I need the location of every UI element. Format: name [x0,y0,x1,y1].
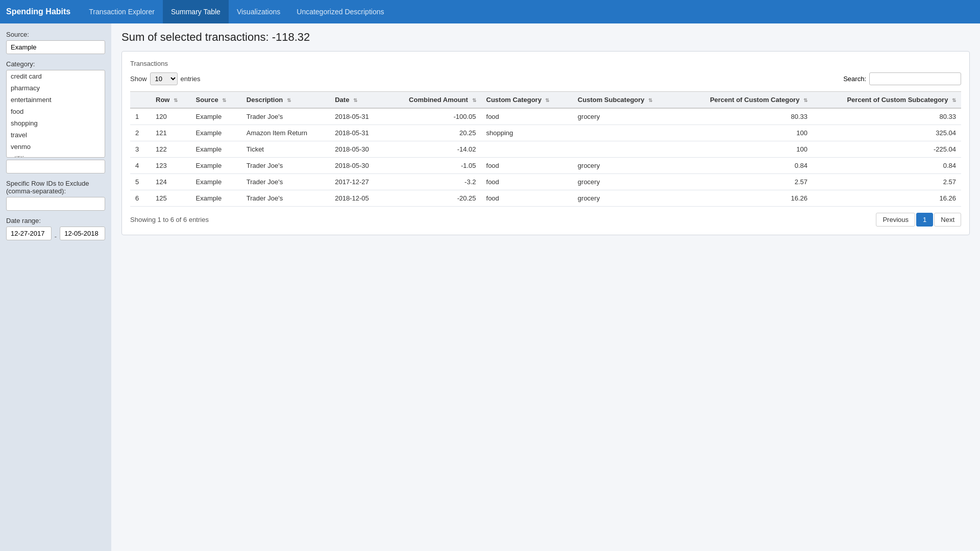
transactions-table: Row ⇅ Source ⇅ Description ⇅ Date ⇅ Comb… [130,91,961,207]
table-controls: Show 10 25 50 100 entries Search: [130,72,961,85]
cell-custom-subcategory: grocery [573,190,678,207]
col-combined-amount[interactable]: Combined Amount ⇅ [385,92,481,109]
cell-combined-amount: -100.05 [385,108,481,125]
table-row: 5 124 Example Trader Joe's 2017-12-27 -3… [130,174,961,190]
cell-description: Trader Joe's [241,174,330,190]
show-label: Show [130,75,147,83]
cell-description: Trader Joe's [241,190,330,207]
nav-items: Transaction Explorer Summary Table Visua… [81,0,392,23]
cell-date: 2018-05-30 [330,158,385,174]
entries-label: entries [181,75,201,83]
page-1-button[interactable]: 1 [916,213,933,227]
category-item-travel[interactable]: travel [7,129,105,141]
date-end-input[interactable] [60,227,105,240]
nav-uncategorized[interactable]: Uncategorized Descriptions [288,0,392,23]
col-row[interactable]: Row ⇅ [151,92,191,109]
table-row: 6 125 Example Trader Joe's 2018-12-05 -2… [130,190,961,207]
cell-combined-amount: -14.02 [385,141,481,158]
cell-custom-subcategory: grocery [573,174,678,190]
col-custom-category[interactable]: Custom Category ⇅ [481,92,573,109]
cell-source: Example [191,158,241,174]
cell-pct-category: 80.33 [678,108,813,125]
cell-date: 2017-12-27 [330,174,385,190]
date-start-input[interactable] [6,227,52,240]
category-list-container: credit card pharmacy entertainment food … [6,70,105,158]
category-item-pharmacy[interactable]: pharmacy [7,82,105,94]
cell-custom-subcategory [573,125,678,141]
cell-description: Trader Joe's [241,158,330,174]
pagination-buttons: Previous 1 Next [876,213,961,227]
cell-date: 2018-12-05 [330,190,385,207]
col-pct-category[interactable]: Percent of Custom Category ⇅ [678,92,813,109]
category-label: Category: [6,60,105,68]
nav-summary-table[interactable]: Summary Table [163,0,229,23]
category-item-entertainment[interactable]: entertainment [7,94,105,106]
cell-description: Trader Joe's [241,108,330,125]
cell-pct-category: 16.26 [678,190,813,207]
col-index[interactable] [130,92,151,109]
cell-index: 5 [130,174,151,190]
cell-pct-category: 100 [678,141,813,158]
nav-transaction-explorer[interactable]: Transaction Explorer [81,0,163,23]
main-content: Sum of selected transactions: -118.32 Tr… [111,23,980,551]
cell-source: Example [191,141,241,158]
cell-row: 122 [151,141,191,158]
table-row: 4 123 Example Trader Joe's 2018-05-30 -1… [130,158,961,174]
cell-source: Example [191,174,241,190]
cell-pct-subcategory: 325.04 [813,125,961,141]
cell-row: 121 [151,125,191,141]
cell-custom-category: food [481,190,573,207]
source-input[interactable] [6,40,105,54]
exclude-input[interactable] [6,197,105,211]
cell-row: 120 [151,108,191,125]
next-button[interactable]: Next [934,213,961,227]
cell-combined-amount: -1.05 [385,158,481,174]
category-item-credit-card[interactable]: credit card [7,70,105,82]
show-entries-select[interactable]: 10 25 50 100 [150,72,178,85]
cell-source: Example [191,108,241,125]
category-item-venmo[interactable]: venmo [7,141,105,153]
cell-description: Amazon Item Return [241,125,330,141]
cell-row: 123 [151,158,191,174]
cell-description: Ticket [241,141,330,158]
col-custom-subcategory[interactable]: Custom Subcategory ⇅ [573,92,678,109]
date-separator: - [55,233,57,240]
sum-header: Sum of selected transactions: -118.32 [121,31,970,44]
source-label: Source: [6,31,105,38]
category-item-shopping[interactable]: shopping [7,117,105,129]
transactions-box: Transactions Show 10 25 50 100 entries S… [121,51,970,235]
date-range-row: - [6,227,105,246]
cell-custom-category: food [481,158,573,174]
col-date[interactable]: Date ⇅ [330,92,385,109]
cell-pct-subcategory: 0.84 [813,158,961,174]
cell-custom-category: food [481,108,573,125]
nav-visualizations[interactable]: Visualizations [229,0,288,23]
show-entries: Show 10 25 50 100 entries [130,72,201,85]
cell-date: 2018-05-31 [330,108,385,125]
cell-pct-subcategory: 2.57 [813,174,961,190]
table-row: 3 122 Example Ticket 2018-05-30 -14.02 1… [130,141,961,158]
sidebar: Source: Category: credit card pharmacy e… [0,23,111,551]
cell-index: 1 [130,108,151,125]
cell-combined-amount: -3.2 [385,174,481,190]
search-input[interactable] [869,72,961,85]
pagination-row: Showing 1 to 6 of 6 entries Previous 1 N… [130,213,961,227]
cell-pct-subcategory: 80.33 [813,108,961,125]
col-pct-subcategory[interactable]: Percent of Custom Subcategory ⇅ [813,92,961,109]
app-brand: Spending Habits [6,7,70,16]
cell-pct-category: 0.84 [678,158,813,174]
previous-button[interactable]: Previous [876,213,915,227]
table-body: 1 120 Example Trader Joe's 2018-05-31 -1… [130,108,961,207]
cell-pct-category: 2.57 [678,174,813,190]
layout: Source: Category: credit card pharmacy e… [0,23,980,551]
cell-row: 125 [151,190,191,207]
category-item-food[interactable]: food [7,106,105,117]
search-label: Search: [843,75,866,83]
cell-pct-category: 100 [678,125,813,141]
col-description[interactable]: Description ⇅ [241,92,330,109]
cell-custom-subcategory [573,141,678,158]
col-source[interactable]: Source ⇅ [191,92,241,109]
exclude-label: Specific Row IDs to Exclude (comma-separ… [6,180,105,195]
category-item-utilities[interactable]: utilities [7,153,105,157]
category-search-input[interactable] [6,160,105,173]
